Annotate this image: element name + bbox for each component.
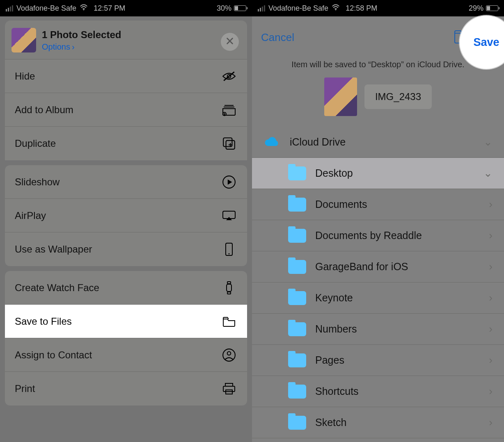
location-label: GarageBand for iOS	[315, 261, 408, 273]
folder-icon	[286, 353, 308, 367]
battery-icon	[234, 5, 246, 11]
action-hide[interactable]: Hide	[5, 59, 247, 93]
location-list: iCloud Drive ⌄ Desktop⌄Documents›Documen…	[252, 127, 504, 438]
album-add-icon	[221, 103, 237, 117]
options-link[interactable]: Options ›	[42, 42, 121, 52]
action-use-as-wallpaper[interactable]: Use as Wallpaper	[5, 232, 247, 266]
location-item[interactable]: Documents by Readdle›	[252, 220, 504, 251]
action-add-to-album[interactable]: Add to Album	[5, 93, 247, 127]
photo-thumbnail	[324, 77, 357, 116]
action-save-to-files[interactable]: Save to Files	[5, 305, 247, 338]
action-group: Hide Add to Album Duplicate	[5, 59, 247, 160]
svg-rect-11	[227, 292, 231, 294]
cancel-button[interactable]: Cancel	[261, 31, 294, 44]
svg-rect-9	[227, 284, 231, 292]
options-label: Options	[42, 42, 70, 52]
location-item[interactable]: Pages›	[252, 345, 504, 376]
svg-rect-14	[225, 383, 233, 386]
photo-thumbnail	[11, 28, 36, 52]
action-airplay[interactable]: AirPlay	[5, 199, 247, 232]
location-root-icloud[interactable]: iCloud Drive ⌄	[252, 127, 504, 158]
svg-rect-15	[223, 386, 235, 392]
location-label: Numbers	[315, 323, 357, 335]
share-sheet-screen: Vodafone-Be Safe 12:57 PM 30% 1 Photo Se…	[0, 0, 252, 442]
save-destination-caption: Item will be saved to “Desktop” on iClou…	[252, 60, 504, 69]
location-label: Documents	[315, 198, 367, 210]
duplicate-icon	[221, 137, 237, 150]
chevron-right-icon: ›	[489, 292, 493, 304]
carrier-label: Vodafone-Be Safe	[268, 4, 328, 13]
svg-point-0	[83, 9, 85, 10]
chevron-down-icon: ⌄	[483, 136, 493, 148]
action-group: Create Watch Face Save to Files Assign t…	[5, 271, 247, 406]
location-item[interactable]: Documents›	[252, 189, 504, 220]
location-item[interactable]: Numbers›	[252, 314, 504, 345]
folder-icon	[286, 166, 308, 180]
share-sheet-header: 1 Photo Selected Options ›	[5, 21, 247, 59]
action-slideshow[interactable]: Slideshow	[5, 165, 247, 199]
chevron-right-icon: ›	[489, 354, 493, 367]
status-bar: Vodafone-Be Safe 12:57 PM 30%	[0, 0, 252, 16]
action-label: Hide	[15, 71, 35, 82]
carrier-label: Vodafone-Be Safe	[16, 4, 76, 13]
status-time: 12:58 PM	[346, 4, 377, 13]
status-time: 12:57 PM	[94, 4, 125, 13]
action-duplicate[interactable]: Duplicate	[5, 127, 247, 160]
location-item[interactable]: Sketch›	[252, 407, 504, 438]
close-icon	[225, 36, 234, 47]
chevron-right-icon: ›	[489, 260, 493, 273]
save-button[interactable]: Save	[473, 36, 499, 49]
folder-icon	[286, 322, 308, 336]
action-group: Slideshow AirPlay Use as Wallpaper	[5, 165, 247, 266]
action-label: Duplicate	[15, 138, 56, 149]
phone-icon	[221, 242, 237, 256]
watch-icon	[221, 281, 237, 295]
close-button[interactable]	[221, 33, 239, 51]
chevron-right-icon: ›	[489, 229, 493, 242]
contact-icon	[221, 348, 237, 362]
location-label: Desktop	[315, 167, 353, 179]
battery-icon	[486, 5, 498, 11]
chevron-right-icon: ›	[489, 385, 493, 398]
location-label: Sketch	[315, 417, 346, 428]
wifi-icon	[332, 4, 340, 13]
folder-icon	[286, 198, 308, 212]
location-label: Shortcuts	[315, 385, 359, 397]
action-label: AirPlay	[15, 210, 46, 221]
battery-percent: 29%	[469, 4, 483, 13]
action-label: Create Watch Face	[15, 282, 99, 294]
location-item[interactable]: GarageBand for iOS›	[252, 251, 504, 283]
share-sheet-title: 1 Photo Selected	[42, 29, 121, 41]
svg-point-8	[229, 253, 230, 255]
svg-point-13	[227, 351, 231, 355]
chevron-right-icon: ›	[489, 323, 493, 335]
location-label: iCloud Drive	[290, 136, 346, 148]
location-label: Pages	[315, 354, 344, 366]
folder-icon	[286, 229, 308, 243]
action-print[interactable]: Print	[5, 372, 247, 406]
save-preview: IMG_2433	[252, 77, 504, 116]
play-circle-icon	[221, 175, 237, 189]
action-label: Assign to Contact	[15, 349, 92, 361]
chevron-down-icon: ⌄	[483, 167, 493, 180]
chevron-right-icon: ›	[72, 42, 75, 52]
action-label: Slideshow	[15, 176, 60, 188]
status-bar: Vodafone-Be Safe 12:58 PM 29%	[252, 0, 504, 16]
action-label: Use as Wallpaper	[15, 244, 92, 255]
svg-point-17	[335, 9, 337, 10]
signal-bars-icon	[6, 5, 13, 11]
location-item[interactable]: Shortcuts›	[252, 376, 504, 407]
location-item[interactable]: Keynote›	[252, 283, 504, 314]
action-label: Save to Files	[15, 316, 72, 327]
location-item[interactable]: Desktop⌄	[252, 158, 504, 189]
action-create-watch-face[interactable]: Create Watch Face	[5, 271, 247, 305]
action-assign-to-contact[interactable]: Assign to Contact	[5, 338, 247, 372]
icloud-icon	[261, 136, 282, 148]
battery-percent: 30%	[217, 4, 231, 13]
chevron-right-icon: ›	[489, 198, 493, 211]
wifi-icon	[80, 4, 88, 13]
eye-slash-icon	[221, 69, 237, 83]
filename-field[interactable]: IMG_2433	[364, 84, 432, 109]
save-to-files-screen: Vodafone-Be Safe 12:58 PM 29% Cancel Sav…	[252, 0, 504, 442]
folder-icon	[286, 260, 308, 274]
